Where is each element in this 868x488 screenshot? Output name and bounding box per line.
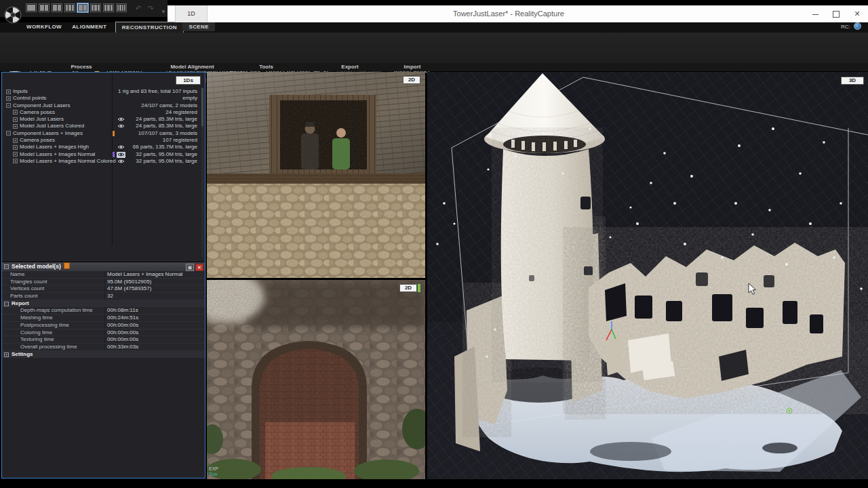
visibility-eye-icon[interactable] — [117, 117, 125, 123]
layout-preset-icon-7[interactable] — [103, 3, 114, 12]
tree-item-value: 107 registered — [163, 137, 197, 144]
group-expander-icon[interactable]: − — [4, 302, 9, 306]
properties-title: Selected model(s) — [12, 263, 61, 270]
tree-expander-icon[interactable]: − — [6, 103, 11, 108]
ribbon-tab-scene[interactable]: SCENE — [182, 22, 215, 31]
group-label-export: Export — [309, 63, 391, 71]
detach-panel-icon[interactable]: ▣ — [186, 264, 194, 271]
view-badge-2d-top[interactable]: 2D — [403, 76, 420, 84]
property-column-divider — [104, 344, 105, 350]
property-column-divider — [104, 329, 105, 336]
layout-preset-icon-3[interactable] — [52, 3, 62, 12]
ribbon-tab-bar: WORKFLOWALIGNMENTRECONSTRUCTIONSCENE — [0, 22, 868, 33]
tree-item-camera-poses[interactable]: +Camera poses107 registered — [2, 137, 203, 144]
property-column-divider — [104, 322, 105, 329]
tree-item-value: 1 rig and 83 free, total 107 inputs — [118, 88, 197, 95]
close-properties-icon[interactable]: ✕ — [195, 264, 203, 271]
scene-tree: +Inputs1 rig and 83 free, total 107 inpu… — [2, 88, 203, 165]
property-value: 95.0M (95012905) — [107, 279, 151, 286]
property-label: Name — [10, 271, 24, 279]
tree-expander-icon[interactable]: + — [6, 96, 11, 101]
tree-expander-icon[interactable]: + — [13, 124, 18, 129]
tree-item-component-just-lasers[interactable]: −Component Just Lasers24/107 cams, 2 mod… — [2, 102, 203, 109]
property-value: 00h:00m:00s — [107, 322, 138, 329]
pin-dropdown-icon[interactable]: ▼ — [161, 9, 166, 15]
property-label: Report — [12, 300, 29, 308]
tree-expander-icon[interactable]: + — [13, 145, 18, 150]
close-button[interactable]: ✕ — [847, 5, 867, 22]
layout-preset-icon-5[interactable] — [77, 3, 88, 12]
ribbon-tab-alignment[interactable]: ALIGNMENT — [66, 22, 113, 31]
property-group-report[interactable]: −Report — [2, 300, 205, 308]
photo-bottom-image — [207, 280, 425, 479]
3d-scene — [427, 72, 868, 479]
tree-scrollbar[interactable] — [201, 88, 203, 258]
scene-tree-panel[interactable]: 1Ds +Inputs1 rig and 83 free, total 107 … — [1, 72, 205, 479]
ribbon-tab-reconstruction[interactable]: RECONSTRUCTION — [115, 22, 184, 33]
property-group-settings[interactable]: +Settings — [2, 351, 205, 359]
property-row-coloring-time: Coloring time00h:00m:00s — [2, 329, 205, 337]
tree-expander-icon[interactable]: + — [6, 89, 11, 94]
layout-preset-icon-1[interactable] — [26, 3, 37, 12]
layout-preset-icon-6[interactable] — [90, 3, 101, 12]
visibility-eye-icon[interactable] — [117, 123, 125, 129]
photo-view-top[interactable]: 2D — [207, 72, 425, 278]
tree-item-label: Inputs — [13, 88, 28, 95]
photo-top-image — [207, 72, 425, 278]
rc-status-label: RC: — [841, 22, 850, 31]
tree-item-inputs[interactable]: +Inputs1 rig and 83 free, total 107 inpu… — [2, 88, 203, 95]
property-label: Postprocessing time — [20, 322, 69, 329]
tree-item-value: 66 parts, 135.7M tris, large — [133, 144, 197, 150]
tree-item-label: Model Just Lasers Colored — [20, 123, 84, 129]
property-label: Depth-maps computation time — [20, 307, 93, 314]
property-value: 00h:33m:03s — [107, 344, 138, 351]
tree-item-model-lasers-images-normal[interactable]: +Model Lasers + Images Normal32 parts, 9… — [2, 151, 203, 158]
maximize-button[interactable] — [826, 5, 846, 22]
undo-icon[interactable]: ↶ — [134, 4, 142, 12]
group-label-import: Import — [391, 63, 433, 71]
realitycapture-logo-icon[interactable] — [4, 6, 22, 24]
tree-item-component-lasers-images[interactable]: −Component Lasers + Images107/107 cams, … — [2, 130, 203, 137]
tree-item-camera-poses[interactable]: +Camera poses24 registered — [2, 109, 203, 116]
ribbon-tab-workflow[interactable]: WORKFLOW — [20, 22, 68, 31]
property-column-divider — [104, 293, 105, 300]
collapse-icon[interactable]: − — [4, 264, 9, 269]
tree-item-model-just-lasers-colored[interactable]: +Model Just Lasers Colored24 parts, 85.3… — [2, 123, 203, 129]
group-expander-icon[interactable]: + — [4, 352, 9, 357]
layout-preset-icon-8[interactable] — [116, 3, 127, 12]
redo-icon[interactable]: ↷ — [146, 4, 155, 12]
tree-item-control-points[interactable]: +Control pointsempty — [2, 95, 203, 102]
tree-expander-icon[interactable]: + — [13, 117, 18, 122]
tree-expander-icon[interactable]: + — [13, 138, 18, 143]
group-label-tools: Tools — [224, 63, 309, 71]
visibility-eye-icon[interactable] — [117, 144, 125, 150]
view-badge-3d[interactable]: 3D — [841, 77, 864, 85]
minimize-button[interactable] — [805, 5, 825, 22]
visibility-eye-icon[interactable] — [117, 159, 125, 165]
property-label: Vertices count — [10, 285, 44, 293]
property-value: 00h:08m:11s — [107, 307, 138, 314]
property-label: Parts count — [10, 293, 37, 300]
tree-item-model-lasers-images-normal-colored[interactable]: +Model Lasers + Images Normal Colored32 … — [2, 158, 203, 165]
tree-expander-icon[interactable]: + — [13, 110, 18, 115]
view-badge-1ds[interactable]: 1Ds — [176, 76, 201, 85]
3d-view[interactable]: 3D — [427, 72, 868, 479]
properties-header[interactable]: − Selected model(s) ▣ ✕ — [2, 262, 205, 271]
property-row-overall-processing-time: Overall processing time00h:33m:03s — [2, 344, 205, 351]
view-badge-2d-bottom[interactable]: 2D — [399, 284, 417, 292]
globe-icon[interactable] — [854, 22, 861, 30]
tree-expander-icon[interactable]: + — [13, 159, 18, 163]
tree-expander-icon[interactable]: + — [13, 152, 18, 157]
layout-tab-1d[interactable]: 1D — [175, 5, 208, 22]
property-column-divider — [104, 285, 105, 292]
tree-item-value: 32 parts, 95.0M tris, large — [136, 158, 197, 165]
tree-expander-icon[interactable]: − — [6, 131, 11, 136]
photo-view-bottom[interactable]: 2D EXP Tow — [207, 280, 425, 479]
layout-preset-icon-2[interactable] — [39, 3, 50, 12]
tree-item-model-lasers-images-high[interactable]: +Model Lasers + Images High66 parts, 135… — [2, 144, 203, 150]
ribbon-group-labels: Process Model Alignment Tools Export Imp… — [0, 63, 868, 71]
property-row-vertices-count: Vertices count47.6M (47589357) — [2, 285, 205, 293]
tree-item-model-just-lasers[interactable]: +Model Just Lasers24 parts, 85.3M tris, … — [2, 116, 203, 123]
layout-preset-icon-4[interactable] — [64, 3, 75, 12]
visibility-eye-icon[interactable] — [117, 152, 125, 158]
